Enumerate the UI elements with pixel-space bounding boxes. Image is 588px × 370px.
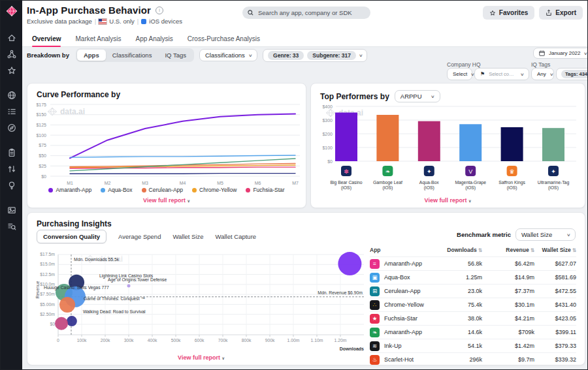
wallet_size-value: $423.05 xyxy=(534,315,576,322)
company-hq-countries-select[interactable]: ⚑ Select countries or regions ∨ xyxy=(474,68,529,80)
insights-tab-wallet-size[interactable]: Wallet Size xyxy=(172,233,203,240)
legend-item-cerulean-app[interactable]: Cerulean-App xyxy=(142,187,183,193)
svg-text:(iOS): (iOS) xyxy=(424,185,434,191)
downloads-value: 23.0k xyxy=(443,288,482,294)
series-unlabeled-green[interactable] xyxy=(70,159,295,171)
date-selector[interactable]: January 2022 ∨ xyxy=(533,48,588,59)
bubble-age-of-origins-tower-defense[interactable] xyxy=(127,284,131,287)
reports-clipboard-icon[interactable] xyxy=(7,147,17,158)
svg-text:100k: 100k xyxy=(77,338,87,343)
column-header-revenue[interactable]: Revenue⇅ xyxy=(482,247,534,253)
app-icon: ★ xyxy=(370,314,380,324)
top-performers-metric-dropdown[interactable]: ARPPU∨ xyxy=(395,90,440,102)
breakdown-segmented-control: AppsClassificationsIQ Tags xyxy=(76,48,194,62)
table-row[interactable]: ⊞Cerulean-App23.0k$7.37m$472.55 xyxy=(370,284,576,298)
revenue-value: $14.9m xyxy=(482,274,534,281)
revenue-value: $9.7m xyxy=(482,356,534,363)
svg-text:Aqua-Box: Aqua-Box xyxy=(419,180,439,185)
bubble-unlabeled[interactable] xyxy=(338,252,361,275)
favorites-star-icon[interactable] xyxy=(7,65,17,76)
filter-pill[interactable]: Genre: 33 xyxy=(268,51,304,60)
bar-aqua-box-ios-[interactable] xyxy=(418,121,440,161)
company-hq-select[interactable]: Select∨ xyxy=(447,68,472,80)
table-row[interactable]: ∴Chrome-Yellow75.4k$30.1m$431.40 xyxy=(370,298,576,311)
tab-overview[interactable]: Overview xyxy=(32,31,61,46)
market-globe-icon[interactable] xyxy=(7,90,17,100)
home-icon[interactable] xyxy=(7,33,17,43)
legend-item-amaranth-app[interactable]: Amaranth-App xyxy=(48,187,91,193)
insights-tab-wallet-capture[interactable]: Wallet Capture xyxy=(216,233,256,240)
table-row[interactable]: ≡Amaranth-App56.8k$6.42m$627.07 xyxy=(370,256,576,270)
compare-arrows-icon[interactable] xyxy=(7,164,17,174)
tab-cross-purchase-analysis[interactable]: Cross-Purchase Analysis xyxy=(188,31,260,46)
table-row[interactable]: ≋Ink-Up54.1k$1.42m$379.33 xyxy=(370,339,576,352)
genre-pill-group[interactable]: Genre: 33Subgenre: 317∨ xyxy=(263,49,367,62)
iq-tags-any-select[interactable]: Any∨ xyxy=(531,68,554,80)
table-row[interactable]: ❧Amaranth-App14.6k$709k$399.11 xyxy=(370,325,576,339)
insights-view-full-report-link[interactable]: View full report ∨ xyxy=(33,354,370,361)
data-ai-logo[interactable] xyxy=(5,5,18,20)
curve-view-full-report-link[interactable]: View full report ∨ xyxy=(27,197,306,204)
bar-magenta-grape-ios-[interactable] xyxy=(459,124,482,161)
svg-text:M1: M1 xyxy=(67,181,73,185)
bar-saffron-kings-ios-[interactable] xyxy=(501,127,523,161)
tab-market-analysis[interactable]: Market Analysis xyxy=(75,31,121,46)
column-header-wallet-size[interactable]: Wallet Size⇅ xyxy=(534,247,576,253)
app-name: Scarlet-Hot xyxy=(384,356,414,363)
app-icon: ❧ xyxy=(370,328,380,337)
search-list-icon[interactable] xyxy=(7,221,17,232)
info-icon[interactable]: i xyxy=(155,7,163,14)
series-unlabeled-navy[interactable] xyxy=(70,174,295,174)
apps-table: AppDownloads⇅Revenue⇅Wallet Size⇅≡Amaran… xyxy=(370,245,576,366)
svg-text:1.20m: 1.20m xyxy=(335,338,347,343)
column-header-downloads[interactable]: Downloads⇅ xyxy=(443,247,482,253)
legend-item-chrome-yellow[interactable]: Chrome-Yellow xyxy=(192,187,237,193)
app-icon: ♨ xyxy=(370,355,380,365)
bubble-unlabeled[interactable] xyxy=(55,317,68,330)
chevron-down-icon: ∨ xyxy=(583,51,588,55)
favorites-button[interactable]: Favorites xyxy=(483,6,534,20)
downloads-value: 54.1k xyxy=(443,343,482,349)
svg-text:400k: 400k xyxy=(148,338,157,343)
insights-tab-average-spend[interactable]: Average Spend xyxy=(118,233,161,240)
benchmark-metric-dropdown[interactable]: Wallet Size∨ xyxy=(515,228,576,241)
top-view-full-report-link[interactable]: View full report ∨ xyxy=(311,197,585,204)
apps-network-icon[interactable] xyxy=(7,49,17,59)
svg-text:Mdn. Revenue $6.90m: Mdn. Revenue $6.90m xyxy=(318,290,363,295)
table-row[interactable]: ★Fuchsia-Star38.0k$4.21m$423.05 xyxy=(370,311,576,325)
segment-iq-tags[interactable]: IQ Tags xyxy=(158,50,193,61)
export-button[interactable]: Export xyxy=(539,6,583,20)
bubble-unlabeled[interactable] xyxy=(59,297,75,313)
classification-dropdown[interactable]: Classifications ∨ xyxy=(199,49,257,61)
table-row[interactable]: ▣Aqua-Box1.25m$14.9m$581.69 xyxy=(370,270,576,284)
app-icon: ∴ xyxy=(370,300,380,310)
svg-text:M2: M2 xyxy=(105,181,111,185)
revenue-value: $7.37m xyxy=(482,288,534,294)
bar-gamboge-leaf-ios-[interactable] xyxy=(376,115,399,161)
bar-ultramarine-tag-ios-[interactable] xyxy=(542,128,564,161)
series-Amaranth-App[interactable] xyxy=(70,114,295,158)
top-charts-list-icon[interactable] xyxy=(7,106,17,117)
app-icon: ▣ xyxy=(370,273,380,283)
segment-classifications[interactable]: Classifications xyxy=(106,50,159,61)
wallet_size-value: $431.40 xyxy=(534,301,576,308)
downloads-value: 75.4k xyxy=(443,301,482,308)
bubble-walking-dead-road-to-survival[interactable] xyxy=(67,316,77,326)
legend-item-aqua-box[interactable]: Aqua-Box xyxy=(101,187,132,193)
iq-tags-count-select[interactable]: Tags: 434 ∨ xyxy=(556,68,588,80)
search-bar[interactable] xyxy=(242,7,370,19)
media-image-icon[interactable] xyxy=(7,205,17,215)
insights-tab-conversion-quality[interactable]: Conversion Quality xyxy=(37,230,106,243)
bar-big-bear-casino-ios-[interactable] xyxy=(335,112,357,161)
filter-pill[interactable]: Subgenre: 317 xyxy=(307,51,356,60)
column-header-app: App xyxy=(370,247,443,253)
revenue-value: $4.21m xyxy=(482,315,534,322)
insights-bulb-icon[interactable] xyxy=(7,180,17,191)
wallet_size-value: $399.11 xyxy=(534,329,576,335)
table-row[interactable]: ♨Scarlet-Hot296k$9.7m$339.32 xyxy=(370,352,576,366)
tab-app-analysis[interactable]: App Analysis xyxy=(136,31,173,46)
search-input[interactable] xyxy=(257,8,365,17)
segment-apps[interactable]: Apps xyxy=(77,50,106,61)
legend-item-fuchsia-star[interactable]: Fuchsia-Star xyxy=(246,187,284,193)
engagement-compass-icon[interactable] xyxy=(7,123,17,133)
